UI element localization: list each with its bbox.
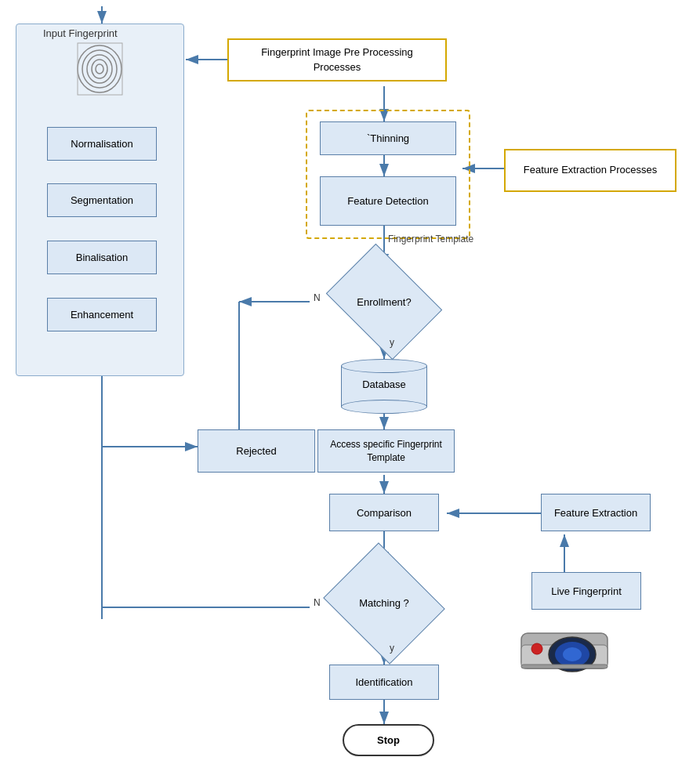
stop-label: Stop (377, 734, 400, 746)
svg-point-38 (563, 647, 582, 661)
enrollment-diamond-label: Enrollment? (337, 266, 431, 337)
feature-detection-box: Feature Detection (320, 176, 456, 226)
feature-extraction-processes-label: Feature Extraction Processes (524, 163, 658, 177)
fingerprint-template-label: Fingerprint Template (388, 234, 473, 244)
live-fingerprint-label: Live Fingerprint (551, 585, 622, 597)
access-template-box: Access specific Fingerprint Template (317, 429, 455, 473)
identification-box: Identification (329, 665, 439, 700)
svg-rect-40 (521, 665, 608, 668)
feature-extraction-label: Feature Extraction (554, 507, 637, 519)
svg-point-31 (92, 60, 107, 78)
db-bottom (341, 400, 427, 414)
rejected-label: Rejected (236, 445, 276, 457)
comparison-label: Comparison (357, 507, 412, 519)
matching-diamond-label: Matching ? (337, 564, 431, 643)
binalisation-label: Binalisation (76, 252, 129, 263)
database-label: Database (362, 378, 406, 390)
live-fingerprint-box: Live Fingerprint (531, 572, 641, 610)
fingerprint-image (72, 39, 127, 98)
identification-label: Identification (356, 676, 413, 688)
enrollment-n-label: N (314, 292, 321, 303)
thinning-box: `Thinning (320, 121, 456, 155)
access-template-label: Access specific Fingerprint Template (326, 438, 446, 465)
stop-box: Stop (343, 724, 434, 756)
feature-extraction-processes-box: Feature Extraction Processes (504, 149, 676, 192)
enrollment-diamond: Enrollment? (337, 266, 431, 337)
svg-rect-33 (78, 43, 122, 95)
enhancement-box: Enhancement (47, 298, 157, 331)
thinning-label: `Thinning (367, 132, 409, 144)
enhancement-label: Enhancement (71, 309, 133, 321)
input-fingerprint-label: Input Fingerprint (43, 27, 118, 39)
normalisation-label: Normalisation (71, 138, 132, 150)
scanner-image (517, 619, 611, 682)
rejected-box: Rejected (198, 429, 315, 473)
comparison-box: Comparison (329, 494, 439, 531)
segmentation-box: Segmentation (47, 183, 157, 217)
feature-detection-label: Feature Detection (347, 195, 428, 207)
preprocessing-label: Fingerprint Image Pre Processing Process… (237, 45, 437, 74)
matching-n-label: N (314, 597, 321, 608)
database-cylinder: Database (341, 359, 427, 414)
matching-diamond: Matching ? (337, 564, 431, 643)
binalisation-box: Binalisation (47, 241, 157, 274)
feature-extraction-box: Feature Extraction (541, 494, 651, 531)
normalisation-box: Normalisation (47, 127, 157, 161)
svg-point-32 (96, 64, 103, 74)
flowchart: Input Fingerprint Normalisation Segmenta… (0, 0, 700, 757)
segmentation-label: Segmentation (71, 194, 133, 206)
enrollment-y-label: y (390, 337, 394, 348)
preprocessing-box: Fingerprint Image Pre Processing Process… (227, 38, 447, 81)
svg-point-39 (531, 643, 542, 654)
db-top (341, 359, 427, 373)
matching-y-label: y (390, 643, 394, 654)
svg-point-28 (78, 45, 122, 92)
